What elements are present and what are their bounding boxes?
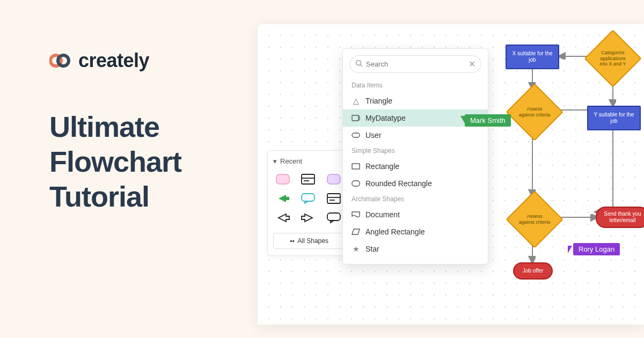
grid-icon: ▪▪ [290,237,295,245]
chevron-down-icon: ▾ [273,157,277,165]
triangle-icon: △ [352,97,360,105]
svg-rect-16 [352,115,358,121]
section-simple-shapes: Simple Shapes [343,144,488,158]
shape-arrow-left-green[interactable] [273,191,292,206]
all-shapes-button[interactable]: ▪▪ All Shapes [273,233,345,249]
search-row[interactable]: ✕ [349,55,481,73]
item-user[interactable]: User [343,127,488,144]
item-document[interactable]: Document [343,206,488,223]
logo-mark-icon [49,53,72,68]
item-triangle[interactable]: △Triangle [343,92,488,109]
logo: creately [49,49,243,72]
document-icon [352,211,360,218]
svg-rect-17 [352,133,360,137]
cursor-rory: Rory Logan [569,243,620,255]
cursor-label: Mark Smith [465,114,511,127]
node-job-offer[interactable]: Job offer [513,262,553,280]
svg-rect-9 [302,194,314,201]
node-categorize[interactable]: Categorize applications into X and Y [590,36,635,81]
headline-line-3: Tutorial [49,179,243,214]
item-angled-rectangle[interactable]: Angled Rectangle [343,223,488,240]
shape-speech-outline[interactable] [324,210,343,225]
svg-rect-18 [352,164,360,169]
editor-canvas[interactable]: X suitable for the job Categorize applic… [258,24,644,325]
angled-rect-icon [352,228,360,236]
shape-card[interactable] [298,172,318,187]
star-icon: ★ [352,245,360,253]
logo-text: creately [78,49,149,72]
svg-rect-10 [327,194,340,203]
svg-rect-8 [327,174,340,184]
svg-rect-13 [327,213,340,221]
shape-speech-cyan[interactable] [298,191,318,206]
node-send-thank[interactable]: Send thank you letter/email [596,207,644,228]
shape-rounded-purple[interactable] [324,172,343,187]
shape-card-2[interactable] [324,191,343,206]
all-shapes-label: All Shapes [298,237,328,245]
cursor-icon [568,246,572,253]
tag-icon [352,114,360,122]
shape-rounded-pink[interactable] [273,172,292,187]
svg-rect-19 [352,181,360,186]
shapes-sidebar: ▾ Recent ▪▪ All Shapes [267,150,351,256]
node-x-suitable[interactable]: X suitable for the job [506,45,559,69]
close-icon[interactable]: ✕ [469,59,475,69]
svg-point-1 [58,55,69,66]
pill-icon [352,131,360,139]
recent-header[interactable]: ▾ Recent [273,157,345,165]
node-y-suitable[interactable]: Y suitable for the job [587,106,641,130]
left-panel: creately Ultimate Flowchart Tutorial [49,49,243,214]
node-assess-2[interactable]: Assess against criteria [512,197,557,242]
item-rounded-rectangle[interactable]: Rounded Rectangle [343,175,488,192]
rect-icon [352,163,360,170]
shape-arrow-left-outline[interactable] [273,210,292,225]
rounded-rect-icon [352,180,360,187]
headline-line-2: Flowchart [49,144,243,179]
cursor-icon [460,116,465,123]
svg-rect-4 [276,174,289,184]
svg-point-14 [356,60,361,65]
headline-line-1: Ultimate [49,109,243,144]
cursor-label: Rory Logan [573,243,620,255]
shape-search-popover: ✕ Data Items △Triangle MyDatatype User S… [342,48,488,264]
search-icon [355,60,363,69]
item-star[interactable]: ★Star [343,240,488,258]
cursor-mark: Mark Smith [460,114,511,127]
section-data-items: Data Items [343,78,488,92]
node-assess-1[interactable]: Assess against criteria [512,90,557,135]
search-input[interactable] [366,60,469,68]
section-archimate: Archimate Shapes [343,192,488,206]
item-rectangle[interactable]: Rectangle [343,158,488,175]
headline: Ultimate Flowchart Tutorial [49,109,243,214]
shape-arrow-right-outline[interactable] [298,210,318,225]
svg-rect-5 [302,174,314,184]
recent-label: Recent [280,157,302,165]
recent-shapes-grid [273,172,345,225]
svg-line-15 [361,64,363,67]
